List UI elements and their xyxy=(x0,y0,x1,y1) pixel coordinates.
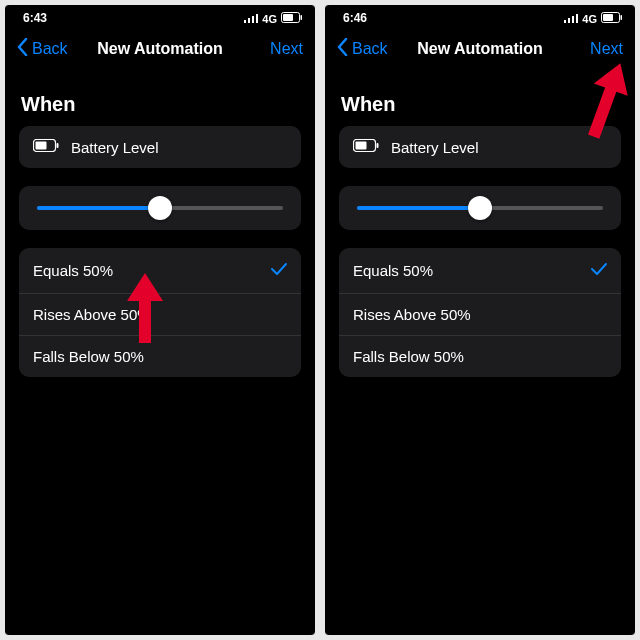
option-falls[interactable]: Falls Below 50% xyxy=(339,335,621,377)
chevron-left-icon xyxy=(17,38,28,60)
battery-label: Battery Level xyxy=(391,139,479,156)
battery-icon xyxy=(353,138,379,156)
option-label: Equals 50% xyxy=(33,262,113,279)
battery-level-row[interactable]: Battery Level xyxy=(19,126,301,168)
screenshot-right: 6:46 4G Back New Automation Next When Ba… xyxy=(325,5,635,635)
option-equals[interactable]: Equals 50% xyxy=(19,248,301,293)
back-button[interactable]: Back xyxy=(337,38,388,60)
chevron-left-icon xyxy=(337,38,348,60)
next-button[interactable]: Next xyxy=(590,40,623,58)
status-time: 6:43 xyxy=(23,11,47,25)
slider-thumb[interactable] xyxy=(148,196,172,220)
svg-rect-11 xyxy=(568,18,570,23)
battery-icon xyxy=(33,138,59,156)
svg-rect-19 xyxy=(377,143,379,148)
option-label: Rises Above 50% xyxy=(353,306,471,323)
signal-icon xyxy=(244,13,258,25)
nav-bar: Back New Automation Next xyxy=(5,27,315,71)
status-right: 4G xyxy=(244,12,303,25)
svg-rect-1 xyxy=(248,18,250,23)
svg-rect-15 xyxy=(603,14,613,21)
svg-rect-5 xyxy=(283,14,293,21)
section-header: When xyxy=(341,93,621,116)
nav-bar: Back New Automation Next xyxy=(325,27,635,71)
battery-status-icon xyxy=(281,12,303,25)
content-area: When Battery Level Equals 50% Rises Abov… xyxy=(325,71,635,635)
status-bar: 6:43 4G xyxy=(5,5,315,27)
svg-rect-6 xyxy=(301,15,303,20)
next-button[interactable]: Next xyxy=(270,40,303,58)
svg-rect-9 xyxy=(57,143,59,148)
slider-fill xyxy=(37,206,160,210)
back-button[interactable]: Back xyxy=(17,38,68,60)
status-right: 4G xyxy=(564,12,623,25)
svg-rect-12 xyxy=(572,16,574,23)
options-list: Equals 50% Rises Above 50% Falls Below 5… xyxy=(19,248,301,377)
slider-thumb[interactable] xyxy=(468,196,492,220)
svg-rect-0 xyxy=(244,20,246,23)
option-rises[interactable]: Rises Above 50% xyxy=(339,293,621,335)
network-label: 4G xyxy=(582,13,597,25)
options-list: Equals 50% Rises Above 50% Falls Below 5… xyxy=(339,248,621,377)
svg-rect-10 xyxy=(564,20,566,23)
svg-rect-2 xyxy=(252,16,254,23)
option-equals[interactable]: Equals 50% xyxy=(339,248,621,293)
svg-rect-16 xyxy=(621,15,623,20)
section-header: When xyxy=(21,93,301,116)
svg-rect-8 xyxy=(36,142,47,150)
battery-slider[interactable] xyxy=(357,206,603,210)
back-label: Back xyxy=(352,40,388,58)
battery-level-row[interactable]: Battery Level xyxy=(339,126,621,168)
option-label: Falls Below 50% xyxy=(33,348,144,365)
status-bar: 6:46 4G xyxy=(325,5,635,27)
slider-fill xyxy=(357,206,480,210)
slider-card xyxy=(339,186,621,230)
status-time: 6:46 xyxy=(343,11,367,25)
battery-status-icon xyxy=(601,12,623,25)
slider-card xyxy=(19,186,301,230)
svg-rect-13 xyxy=(576,14,578,23)
option-label: Equals 50% xyxy=(353,262,433,279)
svg-rect-3 xyxy=(256,14,258,23)
checkmark-icon xyxy=(271,260,287,281)
network-label: 4G xyxy=(262,13,277,25)
option-label: Falls Below 50% xyxy=(353,348,464,365)
screenshot-left: 6:43 4G Back New Automation Next When Ba… xyxy=(5,5,315,635)
option-falls[interactable]: Falls Below 50% xyxy=(19,335,301,377)
checkmark-icon xyxy=(591,260,607,281)
option-rises[interactable]: Rises Above 50% xyxy=(19,293,301,335)
back-label: Back xyxy=(32,40,68,58)
option-label: Rises Above 50% xyxy=(33,306,151,323)
signal-icon xyxy=(564,13,578,25)
battery-slider[interactable] xyxy=(37,206,283,210)
battery-label: Battery Level xyxy=(71,139,159,156)
svg-rect-18 xyxy=(356,142,367,150)
content-area: When Battery Level Equals 50% Rises Abov… xyxy=(5,71,315,635)
